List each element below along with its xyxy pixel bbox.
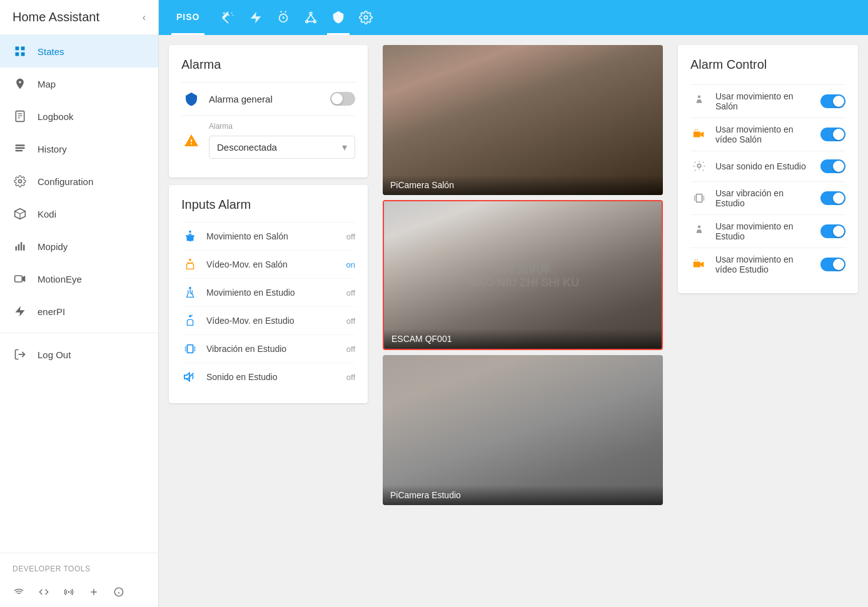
ac-label-1: Usar movimiento en vídeo Salón	[715, 124, 813, 144]
camera-label-1: ESCAM QF001	[384, 329, 662, 349]
sidebar-item-logout[interactable]: Log Out	[0, 338, 158, 371]
ac-item-1: Usar movimiento en vídeo Salón	[690, 118, 845, 151]
sidebar-item-enerpi[interactable]: enerPI	[0, 295, 158, 328]
alarm-warning-icon	[181, 131, 201, 151]
ac-label-2: Usar sonido en Estudio	[715, 161, 813, 171]
shield-tab-icon[interactable]	[327, 0, 350, 35]
sidebar-mopidy-label: Mopidy	[38, 241, 68, 252]
svg-point-49	[189, 315, 191, 318]
input-status-3: off	[346, 316, 355, 326]
ac-icon-5	[690, 256, 708, 273]
sidebar-divider	[0, 333, 158, 333]
alarm-general-toggle[interactable]	[330, 92, 355, 106]
sidebar-header: Home Assistant ‹	[0, 0, 158, 35]
svg-rect-20	[21, 242, 23, 250]
ac-toggle-2[interactable]	[820, 159, 845, 173]
ac-item-5: Usar movimiento en vídeo Estudio	[690, 248, 845, 281]
sidebar-item-history[interactable]: History	[0, 133, 158, 165]
input-label-0: Movimiento en Salón	[206, 231, 346, 241]
svg-point-47	[189, 259, 191, 261]
camera-card-2[interactable]: PiCamera Estudio	[383, 355, 663, 505]
kodi-icon	[13, 206, 28, 221]
input-item-0: Movimiento en Salón off	[181, 222, 355, 250]
dev-info-icon[interactable]	[110, 583, 128, 601]
piso-tab[interactable]: PISO	[171, 0, 204, 35]
camera-card-0[interactable]: PiCamera Salón	[383, 45, 663, 195]
topbar: PISO	[159, 0, 868, 35]
sidebar-item-map[interactable]: Map	[0, 68, 158, 100]
app-title: Home Assistant	[13, 10, 99, 24]
ac-toggle-5[interactable]	[820, 258, 845, 271]
camera-bg-0	[383, 45, 663, 195]
input-label-1: Vídeo-Mov. en Salón	[206, 259, 346, 269]
camera-bg-2	[383, 355, 663, 505]
camera-bg-1	[384, 201, 662, 349]
svg-rect-21	[23, 245, 25, 251]
svg-line-41	[307, 14, 311, 20]
ac-toggle-3[interactable]	[820, 191, 845, 205]
wand-tab-icon[interactable]	[217, 0, 240, 35]
camera-feeds: PiCamera Salón 小牛知识库XIAO NIU ZHI SHI KU …	[378, 35, 668, 607]
dev-wifi-icon[interactable]	[10, 583, 28, 601]
svg-rect-74	[694, 261, 700, 267]
svg-rect-66	[696, 194, 702, 203]
svg-point-73	[698, 225, 701, 228]
mopidy-icon	[13, 239, 28, 254]
network-tab-icon[interactable]	[300, 0, 322, 35]
sidebar-enerpi-label: enerPI	[38, 306, 65, 317]
sidebar-item-states[interactable]: States	[0, 35, 158, 68]
ac-icon-4	[690, 223, 708, 240]
flash-tab-icon[interactable]	[245, 0, 267, 35]
content-area: Alarma Alarma general	[159, 35, 868, 607]
svg-line-42	[311, 14, 315, 20]
sidebar-bottom-divider	[0, 553, 158, 553]
ac-toggle-4[interactable]	[820, 224, 845, 238]
svg-point-44	[365, 16, 368, 19]
svg-rect-18	[16, 246, 18, 251]
svg-marker-62	[700, 131, 704, 137]
alarm-general-label: Alarma general	[209, 94, 330, 104]
history-icon	[13, 141, 28, 156]
ac-label-5: Usar movimiento en vídeo Estudio	[715, 254, 813, 274]
dev-broadcast-icon[interactable]	[60, 583, 78, 601]
sidebar-item-kodi[interactable]: Kodi	[0, 198, 158, 230]
settings-tab-icon[interactable]	[355, 0, 377, 35]
ac-toggle-1[interactable]	[820, 128, 845, 141]
ac-icon-1	[690, 126, 708, 143]
alarm-sublabel: Alarma	[209, 122, 355, 131]
inputs-alarm-panel: Inputs Alarm Movimiento en Salón off	[169, 185, 368, 403]
svg-point-60	[698, 95, 701, 98]
vibration-icon	[181, 340, 199, 358]
dev-add-icon[interactable]	[85, 583, 103, 601]
dev-code-icon[interactable]	[35, 583, 53, 601]
sidebar-collapse-button[interactable]: ‹	[143, 12, 146, 23]
svg-point-48	[189, 287, 191, 289]
ac-label-3: Usar vibración en Estudio	[715, 188, 813, 208]
svg-point-32	[231, 13, 233, 14]
alarm-panel-title: Alarma	[181, 58, 355, 72]
alarm-dropdown[interactable]: Desconectada ▾	[209, 136, 355, 159]
sidebar-item-logbook[interactable]: Logbook	[0, 100, 158, 133]
ac-icon-2	[690, 158, 708, 175]
svg-rect-19	[18, 244, 20, 251]
alarm-state-content: Alarma Desconectada ▾	[209, 122, 355, 159]
alarm-general-row: Alarma general	[181, 82, 355, 115]
sidebar-item-motioneye[interactable]: MotionEye	[0, 263, 158, 295]
sidebar-item-configuration[interactable]: Configuration	[0, 165, 158, 198]
ac-toggle-0[interactable]	[820, 94, 845, 108]
sidebar-motioneye-label: MotionEye	[38, 274, 82, 284]
svg-rect-0	[16, 47, 19, 51]
svg-point-13	[19, 180, 22, 183]
camera-card-1[interactable]: 小牛知识库XIAO NIU ZHI SHI KU ESCAM QF001	[383, 200, 663, 350]
svg-line-50	[191, 315, 193, 316]
svg-point-65	[697, 164, 701, 168]
svg-point-33	[233, 14, 234, 16]
alarm-tab-icon[interactable]	[272, 0, 295, 35]
developer-tools-row	[0, 577, 158, 607]
alarm-panel: Alarma Alarma general	[169, 45, 368, 178]
ac-label-0: Usar movimiento en Salón	[715, 91, 813, 111]
sidebar-item-mopidy[interactable]: Mopidy	[0, 230, 158, 263]
svg-line-15	[15, 211, 20, 214]
left-panels: Alarma Alarma general	[159, 35, 378, 607]
motion-estudio-icon	[181, 284, 199, 301]
